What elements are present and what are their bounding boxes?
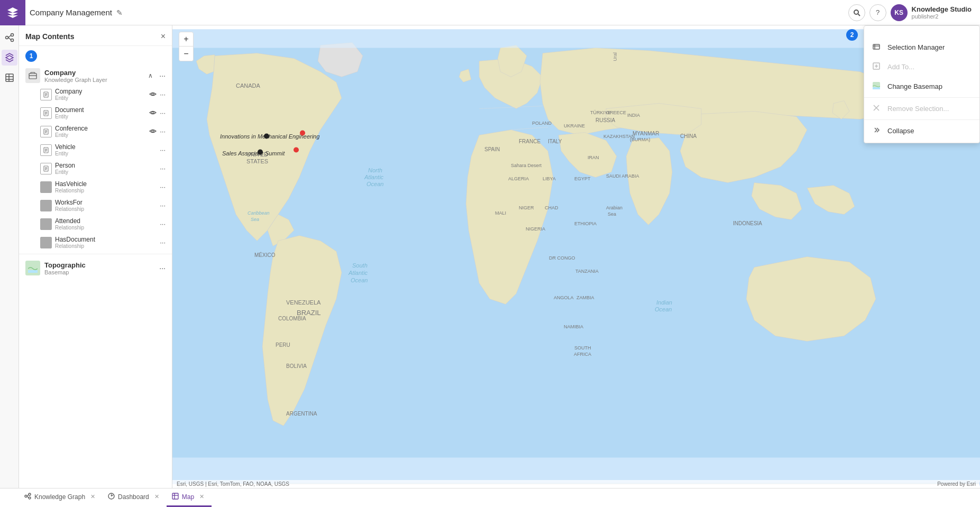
layer-item-person-text: Person Entity	[55, 162, 157, 175]
app-title: Company Management	[30, 8, 112, 17]
basemap-more-button[interactable]: ···	[159, 264, 166, 272]
svg-text:ZAMBIA: ZAMBIA	[576, 295, 594, 300]
tab-knowledge-graph-close[interactable]: ✕	[90, 493, 95, 500]
basemap-icon	[25, 261, 40, 275]
layer-item-hasvehicle-icon	[40, 181, 52, 193]
svg-text:SPAIN: SPAIN	[484, 146, 500, 152]
layer-item-conference[interactable]: Conference Entity ···	[38, 122, 168, 141]
layer-item-vehicle[interactable]: Vehicle Entity ···	[38, 141, 168, 159]
search-button[interactable]	[848, 4, 865, 21]
context-selection-manager[interactable]: Selection Manager	[864, 38, 979, 57]
context-collapse[interactable]: Collapse	[864, 121, 979, 141]
svg-rect-37	[28, 270, 38, 273]
svg-point-3	[11, 34, 13, 36]
svg-text:ITALY: ITALY	[548, 139, 562, 144]
layer-item-company-eye[interactable]	[149, 91, 157, 98]
layer-group-text: Company Knowledge Graph Layer	[44, 69, 144, 83]
layer-item-vehicle-more-button[interactable]: ···	[160, 146, 166, 154]
tab-map-label: Map	[182, 493, 194, 501]
svg-text:ETHIOPIA: ETHIOPIA	[574, 221, 597, 226]
svg-text:Ocean: Ocean	[655, 306, 672, 312]
layer-item-hasvehicle-text: HasVehicle Relationship	[55, 180, 157, 193]
basemap-sub: Basemap	[44, 269, 153, 275]
layer-item-document-icon	[40, 107, 52, 119]
svg-text:ANGOLA: ANGOLA	[554, 295, 574, 300]
layer-group-chevron[interactable]: ∧	[148, 72, 153, 79]
sidebar-btn-table[interactable]	[2, 70, 17, 86]
svg-text:(BURMA): (BURMA)	[630, 137, 651, 142]
tab-dashboard[interactable]: Dashboard ✕	[103, 488, 167, 507]
layer-item-document-more-button[interactable]: ···	[160, 109, 166, 117]
panel-close-button[interactable]: ×	[161, 32, 166, 41]
knowledge-graph-tab-icon	[24, 493, 31, 501]
context-menu: 2 Selection Manager Add To...	[864, 25, 980, 143]
layer-item-document[interactable]: Document Entity ···	[38, 104, 168, 122]
layer-item-company-text: Company Entity	[55, 88, 145, 101]
svg-text:Indian: Indian	[656, 299, 672, 306]
layer-item-document-eye[interactable]	[149, 109, 157, 117]
map-attribution-left: Esri, USGS | Esri, TomTom, FAO, NOAA, US…	[177, 481, 289, 487]
svg-text:Arabian: Arabian	[606, 205, 622, 210]
svg-text:ALGERIA: ALGERIA	[508, 176, 529, 181]
layer-item-conference-more-button[interactable]: ···	[160, 127, 166, 135]
panel-title: Map Contents	[25, 32, 161, 41]
svg-text:UKRAINE: UKRAINE	[564, 123, 585, 128]
svg-text:CHINA: CHINA	[680, 133, 697, 139]
layer-item-hasvehicle-more-button[interactable]: ···	[160, 183, 166, 191]
svg-text:NIGER: NIGER	[519, 205, 534, 210]
svg-point-101	[258, 150, 263, 155]
user-profile[interactable]: KS Knowledge Studio publisher2	[891, 4, 972, 21]
basemap-item[interactable]: Topographic Basemap ···	[23, 259, 168, 278]
layer-group-more-button[interactable]: ···	[159, 71, 166, 80]
map-area[interactable]: CANADA UNITED STATES MÉXICO VENEZUELA CO…	[172, 25, 980, 488]
context-add-to-label: Add To...	[887, 63, 914, 71]
svg-point-0	[854, 10, 858, 14]
layer-group-header[interactable]: Company Knowledge Graph Layer ∧ ···	[23, 66, 168, 85]
layer-item-conference-eye[interactable]	[149, 128, 157, 135]
svg-text:DR CONGO: DR CONGO	[549, 255, 575, 261]
svg-text:Sea: Sea	[608, 211, 616, 217]
zoom-out-button[interactable]: −	[179, 47, 194, 61]
tab-map[interactable]: Map ✕	[167, 488, 212, 507]
layer-item-person[interactable]: Person Entity ···	[38, 159, 168, 178]
layer-item-attended-more-button[interactable]: ···	[160, 220, 166, 228]
tab-knowledge-graph[interactable]: Knowledge Graph ✕	[19, 488, 103, 507]
context-selection-manager-label: Selection Manager	[887, 43, 945, 51]
svg-line-5	[8, 35, 11, 38]
context-remove-selection[interactable]: Remove Selection...	[864, 99, 979, 118]
layer-item-hasdocument[interactable]: HasDocument Relationship ···	[38, 233, 168, 252]
svg-text:INDIA: INDIA	[627, 113, 640, 118]
layer-item-hasvehicle[interactable]: HasVehicle Relationship ···	[38, 178, 168, 196]
layer-item-hasdocument-more-button[interactable]: ···	[160, 238, 166, 246]
sidebar-btn-connections[interactable]	[2, 30, 17, 45]
layer-group-company: Company Knowledge Graph Layer ∧ ··· Comp…	[19, 62, 172, 252]
context-change-basemap[interactable]: Change Basemap	[864, 77, 979, 96]
map-attribution-right: Powered by Esri	[937, 481, 976, 487]
layer-item-vehicle-icon	[40, 144, 52, 156]
svg-text:MALI: MALI	[495, 210, 506, 216]
svg-text:Atlantic: Atlantic	[364, 174, 384, 180]
context-divider-2	[864, 119, 979, 120]
edit-title-icon[interactable]: ✎	[116, 8, 123, 17]
layer-item-vehicle-text: Vehicle Entity	[55, 143, 157, 156]
svg-text:CANADA: CANADA	[236, 82, 261, 89]
context-add-to[interactable]: Add To...	[864, 57, 979, 77]
svg-text:EGYPT: EGYPT	[574, 176, 591, 181]
zoom-controls: + −	[179, 32, 194, 61]
layer-item-attended[interactable]: Attended Relationship ···	[38, 215, 168, 233]
layer-item-company-more-button[interactable]: ···	[160, 90, 166, 98]
layer-group-name: Company	[44, 69, 144, 77]
layer-item-company[interactable]: Company Entity ···	[38, 85, 168, 104]
layer-item-worksfor[interactable]: WorksFor Relationship ···	[38, 196, 168, 215]
svg-text:North: North	[368, 167, 382, 173]
sidebar-btn-layers[interactable]	[2, 50, 17, 66]
layer-item-attended-icon	[40, 218, 52, 230]
zoom-in-button[interactable]: +	[179, 32, 194, 47]
tab-map-close[interactable]: ✕	[199, 493, 204, 500]
layer-item-worksfor-more-button[interactable]: ···	[160, 201, 166, 209]
tab-dashboard-close[interactable]: ✕	[154, 493, 159, 500]
help-button[interactable]: ?	[869, 4, 886, 21]
svg-point-100	[300, 131, 305, 136]
svg-text:IRAN: IRAN	[588, 155, 599, 160]
layer-item-person-more-button[interactable]: ···	[160, 164, 166, 172]
